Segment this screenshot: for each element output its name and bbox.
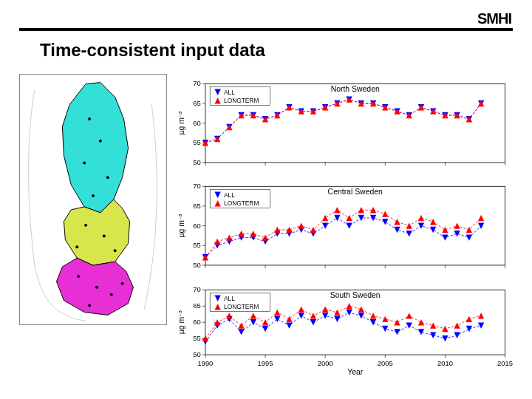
svg-point-9 — [77, 275, 80, 278]
svg-text:65: 65 — [193, 301, 200, 310]
svg-text:70: 70 — [193, 79, 200, 87]
header-rule — [19, 28, 513, 31]
page-title: Time-consistent input data — [40, 40, 265, 61]
svg-point-7 — [114, 249, 117, 252]
svg-text:µg m⁻³: µg m⁻³ — [177, 111, 185, 134]
svg-text:55: 55 — [193, 242, 200, 250]
svg-text:ALL: ALL — [224, 295, 235, 302]
svg-point-13 — [121, 282, 124, 285]
svg-point-3 — [106, 176, 109, 179]
svg-text:South Sweden: South Sweden — [330, 290, 381, 299]
svg-point-2 — [83, 162, 86, 165]
svg-point-10 — [95, 286, 98, 289]
svg-text:2005: 2005 — [378, 358, 393, 366]
svg-point-4 — [92, 194, 95, 197]
svg-text:2010: 2010 — [437, 358, 453, 366]
svg-point-12 — [88, 304, 91, 307]
svg-point-0 — [88, 117, 91, 120]
svg-text:50: 50 — [193, 350, 200, 358]
svg-text:LONGTERM: LONGTERM — [224, 303, 259, 310]
smhi-logo: SMHI — [477, 10, 511, 27]
svg-text:North Sweden: North Sweden — [331, 85, 380, 93]
svg-text:Central Sweden: Central Sweden — [328, 188, 383, 196]
content-area: 5055606570µg m⁻³North SwedenALLLONGTERM … — [19, 74, 513, 380]
svg-text:65: 65 — [193, 202, 200, 210]
svg-text:60: 60 — [193, 119, 200, 127]
svg-text:1990: 1990 — [197, 358, 213, 366]
svg-text:µg m⁻³: µg m⁻³ — [177, 310, 185, 333]
svg-point-8 — [75, 245, 78, 248]
svg-text:70: 70 — [193, 183, 200, 191]
svg-point-5 — [84, 224, 87, 227]
svg-text:Year: Year — [347, 368, 364, 376]
chart-central: 5055606570µg m⁻³Central SwedenALLLONGTER… — [173, 177, 513, 276]
svg-text:60: 60 — [193, 222, 200, 230]
svg-text:2000: 2000 — [318, 358, 333, 366]
svg-text:50: 50 — [193, 261, 200, 269]
svg-point-11 — [110, 293, 113, 296]
svg-text:ALL: ALL — [224, 191, 235, 199]
chart-north: 5055606570µg m⁻³North SwedenALLLONGTERM — [173, 74, 513, 174]
svg-text:65: 65 — [193, 99, 200, 107]
svg-text:LONGTERM: LONGTERM — [224, 97, 259, 104]
svg-text:ALL: ALL — [224, 89, 235, 96]
svg-text:55: 55 — [193, 138, 200, 146]
svg-text:60: 60 — [193, 318, 200, 326]
sweden-region-map — [19, 74, 167, 325]
svg-point-6 — [103, 235, 106, 238]
svg-text:1995: 1995 — [258, 358, 273, 366]
svg-text:LONGTERM: LONGTERM — [224, 200, 259, 208]
svg-text:55: 55 — [193, 334, 200, 342]
svg-point-1 — [99, 140, 102, 143]
svg-text:50: 50 — [193, 158, 200, 166]
slide: SMHI Time-consistent input data — [0, 0, 532, 399]
chart-south: 5055606570199019952000200520102015µg m⁻³… — [173, 280, 513, 380]
timeseries-charts: 5055606570µg m⁻³North SwedenALLLONGTERM … — [173, 74, 513, 380]
svg-text:70: 70 — [193, 285, 200, 293]
svg-text:µg m⁻³: µg m⁻³ — [177, 214, 185, 237]
svg-text:2015: 2015 — [497, 358, 513, 366]
